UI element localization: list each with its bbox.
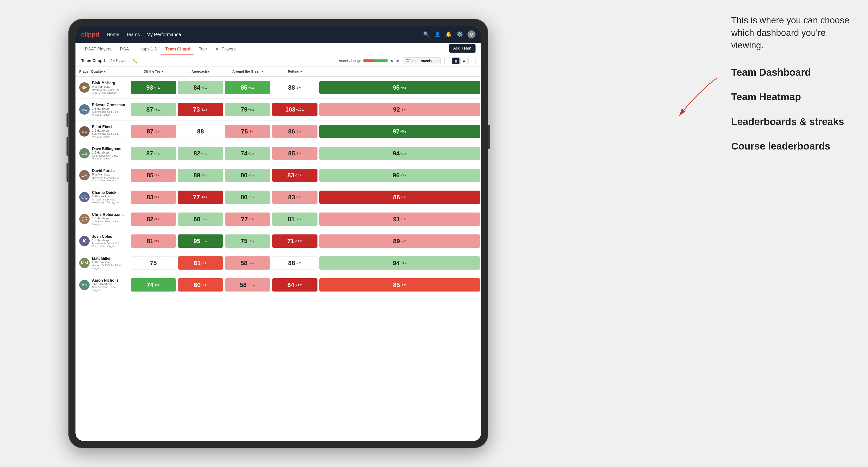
- nav-right: 🔍 👤 🔔 ⚙️ U: [423, 30, 475, 38]
- player-info: Blair McHarg Plus Handicap Royal North D…: [92, 81, 126, 94]
- settings-icon[interactable]: ⚙️: [456, 31, 463, 37]
- player-cell-1[interactable]: EC Edward Crossman 1-5 Handicap Sunningd…: [75, 99, 130, 121]
- th-putting[interactable]: Putting ▾: [271, 66, 318, 76]
- metric-value: 58: [241, 259, 247, 267]
- metric-value: 94: [393, 150, 400, 157]
- metric-box: 60 -1▼: [178, 278, 223, 291]
- th-approach[interactable]: Approach ▾: [177, 66, 224, 76]
- player-handicap: 1-5 Handicap: [92, 239, 126, 242]
- player-info: Dave Billingham 1-5 Handicap Gog Magog G…: [92, 147, 126, 160]
- last-rounds-button[interactable]: 📅 Last Rounds: 20: [403, 57, 441, 64]
- player-handicap: Plus Handicap: [92, 173, 126, 176]
- metric-player_quality-9: 74 -8▼: [130, 274, 177, 296]
- player-club: Sunningdale Golf Club, United Kingdom: [92, 111, 126, 116]
- list-view-button[interactable]: ≡: [460, 58, 467, 64]
- ipad-frame: clippd Home Teams My Performance 🔍 👤 🔔 ⚙…: [68, 19, 488, 448]
- metric-player_quality-3: 87 +4▲: [130, 143, 177, 164]
- person-icon[interactable]: 👤: [434, 31, 441, 37]
- metric-value: 74: [147, 281, 154, 289]
- metric-box: 85 +8▲: [225, 81, 270, 94]
- metric-value: 74: [241, 150, 247, 157]
- player-name: Blair McHarg: [92, 81, 126, 85]
- tab-pgat-players[interactable]: PGAT Players: [81, 47, 115, 55]
- metric-player_quality-8: 75: [130, 252, 177, 274]
- metric-around_green-0: 88 -1▼: [271, 76, 318, 99]
- metric-value: 58: [240, 281, 247, 289]
- metric-value: 81: [147, 238, 154, 245]
- tab-tour[interactable]: Tour: [195, 47, 211, 55]
- nav-teams[interactable]: Teams: [126, 32, 140, 37]
- nav-items: Home Teams My Performance: [107, 32, 423, 37]
- metric-box: 81 -3▼: [131, 235, 176, 248]
- metric-value: 96: [393, 172, 400, 179]
- metric-value: 84: [193, 84, 200, 91]
- table-view-button[interactable]: ▦: [453, 58, 460, 64]
- team-name-label: Team Clippd: [81, 59, 105, 63]
- option-course-leaderboards: Course leaderboards: [731, 140, 854, 153]
- player-info: Aaron Nicholls 11-15 Handicap Drift Golf…: [92, 278, 126, 291]
- player-cell-5[interactable]: CQ Charlie Quick ✓ 6-10 Handicap St. Geo…: [75, 186, 130, 208]
- grid-view-button[interactable]: ⊞: [444, 58, 452, 64]
- metric-value: 71: [287, 238, 294, 245]
- metric-approach-7: 75 +2▲: [224, 230, 271, 252]
- metric-value: 88: [288, 84, 295, 91]
- metric-approach-2: 75 -3▼: [224, 121, 271, 143]
- tab-team-clippd[interactable]: Team Clippd: [161, 47, 194, 55]
- metric-box: 88 -1▼: [272, 81, 317, 94]
- round-change-section: 20 Round Change -5 +5: [333, 59, 399, 63]
- annotation-arrow: [651, 73, 722, 120]
- metric-value: 61: [194, 259, 201, 267]
- nav-my-performance[interactable]: My Performance: [147, 32, 181, 37]
- ipad-screen: clippd Home Teams My Performance 🔍 👤 🔔 ⚙…: [75, 26, 481, 441]
- player-handicap: 1-5 Handicap: [92, 217, 126, 220]
- metric-box: 73 -11▼: [178, 103, 223, 116]
- nav-bar: clippd Home Teams My Performance 🔍 👤 🔔 ⚙…: [75, 26, 481, 43]
- tab-pga[interactable]: PGA: [116, 47, 132, 55]
- player-cell-6[interactable]: CR Chris Robertson ✓ 1-5 Handicap Craigm…: [75, 208, 130, 230]
- metric-value: 79: [241, 106, 247, 113]
- download-button[interactable]: ↓: [468, 58, 475, 64]
- add-team-button[interactable]: Add Team: [449, 44, 475, 53]
- metric-box: 87 +4▲: [131, 147, 176, 160]
- tab-all-players[interactable]: All Players: [212, 47, 239, 55]
- th-player[interactable]: Player Quality ▾: [75, 66, 130, 76]
- metric-box: 83 -10▼: [272, 168, 317, 182]
- player-cell-3[interactable]: DB Dave Billingham 1-5 Handicap Gog Mago…: [75, 143, 130, 164]
- metric-around_green-1: 103 +15▲: [271, 99, 318, 121]
- player-count: | 14 Players: [109, 59, 129, 63]
- player-club: Woburn Golf Club, United Kingdom: [92, 264, 126, 270]
- user-avatar[interactable]: U: [467, 30, 475, 38]
- nav-home[interactable]: Home: [107, 32, 119, 37]
- metric-putting-9: 85 -4▼: [318, 274, 481, 296]
- metric-box: 89 +7▲: [178, 168, 223, 182]
- option-team-heatmap: Team Heatmap: [731, 91, 854, 103]
- search-icon[interactable]: 🔍: [423, 31, 430, 37]
- dashboard-options: Team Dashboard Team Heatmap Leaderboards…: [731, 66, 854, 153]
- metric-box: 92 -3▼: [319, 103, 480, 116]
- table-header: Player Quality ▾ Off the Tee ▾ Approach …: [75, 66, 481, 76]
- player-handicap: 1-5 Handicap: [92, 129, 126, 132]
- player-cell-4[interactable]: DF David Ford ✓ Plus Handicap Royal Nort…: [75, 164, 130, 186]
- table-row: CR Chris Robertson ✓ 1-5 Handicap Craigm…: [75, 208, 481, 230]
- player-cell-7[interactable]: JC Josh Coles 1-5 Handicap Royal North D…: [75, 230, 130, 252]
- bell-icon[interactable]: 🔔: [445, 31, 452, 37]
- table-row: DB Dave Billingham 1-5 Handicap Gog Mago…: [75, 143, 481, 164]
- th-around-green[interactable]: Around the Green ▾: [224, 66, 271, 76]
- player-cell-0[interactable]: BM Blair McHarg Plus Handicap Royal Nort…: [75, 76, 130, 99]
- metric-box: 95 +8▲: [178, 235, 223, 248]
- th-off-tee[interactable]: Off the Tee ▾: [130, 66, 177, 76]
- bar-positive: [373, 59, 388, 62]
- metric-box: 83 -6▼: [272, 191, 317, 204]
- metric-approach-5: 80 +1▲: [224, 186, 271, 208]
- edit-icon[interactable]: ✏️: [132, 59, 137, 63]
- round-change-label: 20 Round Change: [333, 59, 361, 63]
- player-cell-8[interactable]: MM Matt Miller 6-10 Handicap Woburn Golf…: [75, 252, 130, 274]
- tab-hcaps[interactable]: Hcaps 1-5: [133, 47, 160, 55]
- player-cell-2[interactable]: EE Elliot Ebert 1-5 Handicap Sunningdale…: [75, 121, 130, 143]
- player-cell-9[interactable]: AN Aaron Nicholls 11-15 Handicap Drift G…: [75, 274, 130, 296]
- player-club: Drift Golf Club, United Kingdom: [92, 286, 126, 291]
- metric-value: 94: [393, 259, 400, 267]
- metric-player_quality-7: 81 -3▼: [130, 230, 177, 252]
- metric-player_quality-5: 83 -3▼: [130, 186, 177, 208]
- metric-box: 58 +10▲: [225, 278, 270, 291]
